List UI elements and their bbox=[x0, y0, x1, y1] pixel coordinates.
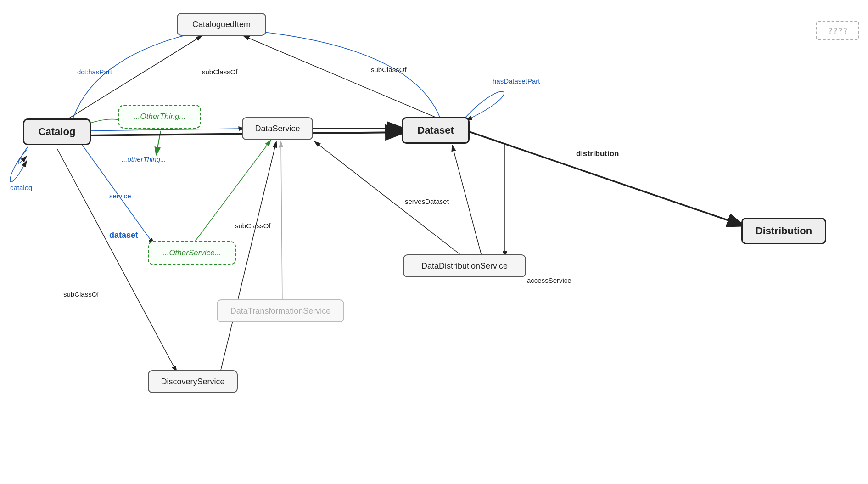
node-distribution: Distribution bbox=[741, 218, 826, 244]
question-box: ???? bbox=[816, 21, 859, 40]
label-subclassof-4: subClassOf bbox=[235, 222, 271, 230]
label-service: service bbox=[109, 192, 131, 200]
label-subclassof-3: subClassOf bbox=[63, 290, 99, 298]
node-catalogueditem: CataloguedItem bbox=[177, 13, 266, 36]
node-datadistributionservice: DataDistributionService bbox=[403, 254, 526, 277]
diagram-container: CataloguedItem Catalog ...OtherThing... … bbox=[0, 0, 868, 484]
label-accessservice: accessService bbox=[527, 276, 571, 284]
node-dataset: Dataset bbox=[402, 117, 470, 144]
node-otherthing: ...OtherThing... bbox=[118, 105, 201, 129]
svg-line-12 bbox=[281, 141, 282, 303]
label-hasdatasetpart: hasDatasetPart bbox=[493, 77, 540, 85]
label-dataset: dataset bbox=[109, 231, 138, 240]
svg-line-17 bbox=[467, 131, 745, 226]
node-dataservice: DataService bbox=[242, 117, 313, 140]
label-catalog: catalog bbox=[10, 184, 32, 191]
node-otherservice: ...OtherService... bbox=[148, 241, 236, 265]
diagram-svg bbox=[0, 0, 868, 484]
svg-line-7 bbox=[88, 129, 245, 131]
label-distribution: distribution bbox=[576, 149, 619, 158]
svg-line-15 bbox=[452, 145, 482, 257]
node-catalog: Catalog bbox=[23, 118, 91, 145]
node-discoveryservice: DiscoveryService bbox=[148, 370, 238, 393]
label-servesdataset: servesDataset bbox=[405, 197, 449, 205]
label-subclassof-1: subClassOf bbox=[202, 68, 238, 76]
label-otherthing: ...otherThing... bbox=[122, 155, 166, 163]
svg-line-5 bbox=[243, 36, 441, 119]
label-dct-haspart: dct:hasPart bbox=[77, 68, 112, 76]
label-subclassof-2: subClassOf bbox=[371, 66, 407, 73]
node-datatransformationservice: DataTransformationService bbox=[217, 299, 344, 322]
